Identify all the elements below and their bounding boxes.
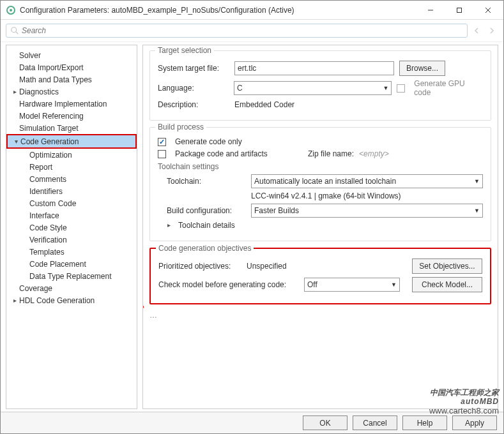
ok-button[interactable]: OK [303, 415, 347, 430]
tree-item-data-import-export[interactable]: Data Import/Export [6, 61, 137, 73]
set-objectives-button[interactable]: Set Objectives... [412, 258, 482, 274]
svg-point-1 [10, 9, 12, 11]
tree-item-solver[interactable]: Solver [6, 49, 137, 61]
gpu-checkbox[interactable] [397, 84, 405, 93]
build-config-select[interactable]: Faster Builds ▼ [251, 204, 483, 218]
tree-item-label: Solver [19, 51, 41, 60]
tree-item-code-style[interactable]: Code Style [6, 221, 137, 234]
titlebar: Configuration Parameters: autoMBD_exampl… [1, 1, 503, 20]
stf-input[interactable] [234, 61, 394, 75]
apply-button[interactable]: Apply [452, 415, 497, 430]
help-button[interactable]: Help [402, 415, 447, 430]
toolchain-select[interactable]: Automatically locate an installed toolch… [251, 174, 483, 188]
tree-item-comments[interactable]: Comments [6, 173, 137, 185]
body: SolverData Import/ExportMath and Data Ty… [1, 42, 503, 412]
tree-item-label: Interface [29, 211, 59, 220]
browse-button[interactable]: Browse... [399, 61, 445, 76]
generate-code-only-checkbox[interactable] [158, 138, 166, 146]
tree-item-label: HDL Code Generation [19, 296, 95, 305]
app-icon [6, 5, 16, 15]
tree-item-templates[interactable]: Templates [6, 246, 137, 258]
tree-item-label: Optimization [29, 151, 72, 160]
target-selection-group: Target selection System target file: Bro… [149, 50, 491, 121]
build-config-label: Build configuration: [167, 206, 246, 215]
tree-item-label: Code Generation [20, 137, 79, 146]
toolchain-value: Automatically locate an installed toolch… [254, 177, 396, 186]
more-indicator: … [149, 311, 491, 320]
toolchain-info: LCC-win64 v2.4.1 | gmake (64-bit Windows… [251, 191, 401, 200]
toolchain-settings-head: Toolchain settings [158, 162, 483, 171]
tree-item-code-generation[interactable]: ▾Code Generation [8, 135, 135, 147]
tree-item-label: Coverage [19, 284, 52, 293]
tree-item-label: Comments [29, 175, 66, 184]
tree-item-optimization[interactable]: Optimization [6, 149, 137, 161]
search-box[interactable] [6, 24, 468, 38]
toolchain-label: Toolchain: [167, 177, 246, 186]
tree-item-coverage[interactable]: Coverage [6, 282, 137, 294]
tree-item-report[interactable]: Report [6, 161, 137, 173]
tree-item-label: Model Referencing [19, 112, 84, 121]
tree-arrow-icon: ▸ [10, 297, 19, 304]
tree-item-label: Data Type Replacement [29, 272, 112, 281]
build-process-legend: Build process [155, 123, 206, 131]
check-model-select[interactable]: Off ▼ [304, 278, 400, 292]
tree-item-verification[interactable]: Verification [6, 234, 137, 246]
window-title: Configuration Parameters: autoMBD_exampl… [20, 6, 416, 15]
language-select[interactable]: C ▼ [234, 81, 392, 95]
cancel-button[interactable]: Cancel [353, 415, 397, 430]
build-config-value: Faster Builds [254, 206, 299, 215]
check-model-value: Off [307, 280, 317, 289]
tree-item-label: Code Placement [29, 260, 86, 269]
build-process-group: Build process Generate code only Package… [149, 127, 491, 241]
check-model-button[interactable]: Check Model... [412, 277, 482, 292]
chevron-down-icon: ▼ [471, 207, 480, 214]
tree-item-label: Templates [29, 248, 65, 257]
tree-item-custom-code[interactable]: Custom Code [6, 197, 137, 209]
disclosure-icon[interactable]: ▸ [167, 221, 171, 228]
tree-item-identifiers[interactable]: Identifiers [6, 185, 137, 197]
description-value: Embedded Coder [234, 100, 294, 109]
tree-item-math-and-data-types[interactable]: Math and Data Types [6, 73, 137, 86]
tree-arrow-icon: ▸ [10, 88, 19, 95]
tree-item-data-type-replacement[interactable]: Data Type Replacement [6, 270, 137, 282]
dialog-footer: OK Cancel Help Apply [1, 412, 503, 433]
annotation-highlight: ▾Code Generation [6, 134, 137, 149]
close-button[interactable] [473, 1, 502, 19]
description-label: Description: [158, 100, 229, 109]
tree-item-hdl-code-generation[interactable]: ▸HDL Code Generation [6, 294, 137, 306]
search-input[interactable] [22, 26, 463, 35]
category-tree[interactable]: SolverData Import/ExportMath and Data Ty… [6, 45, 137, 409]
tree-item-interface[interactable]: Interface [6, 209, 137, 221]
package-code-label: Package code and artifacts [175, 149, 303, 158]
tree-item-model-referencing[interactable]: Model Referencing [6, 110, 137, 122]
maximize-button[interactable] [445, 1, 473, 19]
tree-item-code-placement[interactable]: Code Placement [6, 258, 137, 270]
svg-line-7 [16, 32, 19, 34]
nav-forward-button[interactable] [485, 24, 498, 37]
tree-item-diagnostics[interactable]: ▸Diagnostics [6, 86, 137, 98]
generate-code-only-label: Generate code only [175, 137, 242, 146]
zip-value: <empty> [359, 149, 389, 158]
svg-point-6 [11, 27, 17, 33]
tree-item-label: Verification [29, 236, 67, 244]
window-controls [416, 1, 502, 19]
main-panel: Target selection System target file: Bro… [142, 45, 498, 409]
tree-item-label: Custom Code [29, 199, 76, 208]
toolchain-details[interactable]: Toolchain details [178, 221, 235, 230]
chevron-down-icon: ▼ [388, 281, 397, 288]
chevron-down-icon: ▼ [471, 178, 480, 184]
search-row [1, 20, 503, 42]
check-model-label: Check model before generating code: [158, 280, 299, 289]
package-code-checkbox[interactable] [158, 150, 166, 158]
gpu-label: Generate GPU code [414, 79, 483, 97]
objectives-legend: Code generation objectives [156, 244, 254, 253]
nav-back-button[interactable] [470, 24, 483, 37]
search-icon [10, 26, 19, 35]
minimize-button[interactable] [416, 1, 445, 19]
tree-item-hardware-implementation[interactable]: Hardware Implementation [6, 98, 137, 110]
svg-rect-3 [457, 8, 461, 12]
tree-item-label: Diagnostics [19, 87, 59, 96]
chevron-down-icon: ▼ [381, 85, 389, 91]
tree-item-simulation-target[interactable]: Simulation Target [6, 122, 137, 134]
tree-item-label: Code Style [29, 223, 67, 232]
